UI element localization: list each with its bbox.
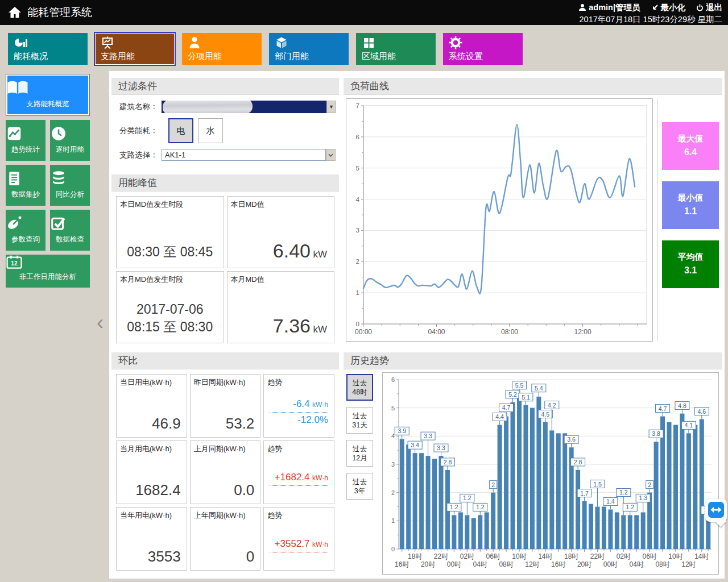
range-button-12m[interactable]: 过去12月 xyxy=(346,440,373,467)
history-bar-chart: 012345616时18时20时22时00时02时04时06时08时10时12时… xyxy=(382,372,719,575)
svg-text:0: 0 xyxy=(391,546,395,552)
sidebar-item-data-check[interactable]: 数据检查 xyxy=(50,210,90,251)
sidebar-item-yoy-analysis[interactable]: 同比分析 xyxy=(50,165,90,206)
book-icon xyxy=(6,80,89,97)
today-md-value: 6.40 kW xyxy=(273,240,327,262)
svg-text:1.2: 1.2 xyxy=(450,504,458,510)
svg-text:20时: 20时 xyxy=(577,560,592,568)
sidebar-item-nonworkday-analysis[interactable]: 12 非工作日用能分析 xyxy=(6,255,90,288)
energy-option-electric[interactable]: 电 xyxy=(168,118,193,143)
minimize-icon xyxy=(651,4,659,11)
nav-tab-area-energy[interactable]: 区域用能 xyxy=(356,33,436,65)
svg-text:1.5: 1.5 xyxy=(593,481,602,488)
svg-text:1.7: 1.7 xyxy=(580,490,589,497)
svg-text:00时: 00时 xyxy=(447,560,461,568)
nav-tab-energy-overview[interactable]: 能耗概况 xyxy=(8,33,88,65)
svg-text:12时: 12时 xyxy=(525,560,539,568)
svg-text:4: 4 xyxy=(356,196,360,203)
trend-divider xyxy=(270,412,328,413)
svg-text:18时: 18时 xyxy=(408,552,422,560)
logout-button[interactable]: 退出 xyxy=(696,2,722,13)
today-usage-card: 当日用电(kW·h)46.9 xyxy=(116,374,187,438)
nav-tab-subitem-energy[interactable]: 分项用能 xyxy=(182,33,262,65)
minimize-button[interactable]: 最小化 xyxy=(651,2,686,13)
month-md-period-card: 本月MD值发生时段 2017-07-0608:15 至 08:30 xyxy=(116,271,224,343)
svg-text:04时: 04时 xyxy=(630,560,644,568)
yesterday-usage-card: 昨日同期(kW·h)53.2 xyxy=(190,374,261,438)
svg-text:2: 2 xyxy=(356,258,359,265)
svg-text:4.4: 4.4 xyxy=(495,413,504,420)
range-button-31d[interactable]: 过去31天 xyxy=(346,407,373,434)
trend-icon xyxy=(6,125,46,142)
sidebar-item-parameter-query[interactable]: 参数查询 xyxy=(6,210,46,251)
svg-text:16时: 16时 xyxy=(395,560,409,568)
peak-panel-title: 用能峰值 xyxy=(111,174,339,192)
svg-text:12时: 12时 xyxy=(681,560,696,568)
svg-text:4.6: 4.6 xyxy=(698,408,706,415)
divider xyxy=(657,98,657,341)
power-icon xyxy=(696,4,704,11)
range-button-3y[interactable]: 过去3年 xyxy=(346,473,373,500)
svg-text:04:00: 04:00 xyxy=(428,328,445,336)
nav-tab-branch-energy[interactable]: 支路用能 xyxy=(95,33,175,65)
sidebar-item-hourly-energy[interactable]: 逐时用能 xyxy=(50,120,90,161)
double-arrow-icon xyxy=(708,502,724,518)
sidebar-item-branch-overview[interactable]: 支路能耗概览 xyxy=(6,74,90,116)
branch-select[interactable]: AK1-1 xyxy=(162,149,326,161)
load-curve-chart: 0123456700:0004:0008:0012:00 xyxy=(346,98,653,342)
select-chevron-icon[interactable] xyxy=(326,149,336,161)
building-select[interactable] xyxy=(162,101,326,113)
svg-text:6: 6 xyxy=(391,376,395,383)
sidebar-item-trend-stats[interactable]: 趋势统计 xyxy=(6,120,46,161)
grid-icon xyxy=(362,36,375,49)
home-icon[interactable] xyxy=(7,5,23,20)
range-button-48h[interactable]: 过去48时 xyxy=(346,374,373,401)
dropdown-arrow-icon[interactable]: ▼ xyxy=(326,101,336,113)
svg-text:08时: 08时 xyxy=(655,560,669,568)
svg-text:4.5: 4.5 xyxy=(541,411,550,418)
gear-icon xyxy=(449,36,462,49)
svg-text:1.2: 1.2 xyxy=(476,504,485,510)
energy-option-water[interactable]: 水 xyxy=(198,118,223,143)
svg-text:4.8: 4.8 xyxy=(678,402,686,409)
svg-text:1.4: 1.4 xyxy=(606,498,615,505)
user-chip[interactable]: admin|管理员 xyxy=(578,2,640,13)
svg-text:5.2: 5.2 xyxy=(508,391,517,398)
max-value-badge: 最大值6.4 xyxy=(662,122,719,170)
sidebar-item-data-collection[interactable]: 数据集抄 xyxy=(6,165,46,206)
sidebar: 支路能耗概览 趋势统计 逐时用能 数据集抄 同比分析 xyxy=(6,74,90,292)
svg-text:00时: 00时 xyxy=(603,560,618,568)
svg-text:1.2: 1.2 xyxy=(463,494,471,501)
svg-text:06时: 06时 xyxy=(642,552,656,560)
nav-tab-department-energy[interactable]: 部门用能 xyxy=(269,33,349,65)
history-trend-title: 历史趋势 xyxy=(344,352,722,369)
svg-text:2.8: 2.8 xyxy=(444,459,452,465)
svg-text:00:00: 00:00 xyxy=(355,328,372,336)
top-bar: 能耗管理系统 admin|管理员 最小化 退出 2017年07月18日 15时2… xyxy=(0,0,728,25)
user-icon xyxy=(578,3,586,11)
year-trend-card: 趋势 +3552.7 kW·h xyxy=(263,507,334,571)
svg-text:3.6: 3.6 xyxy=(567,436,576,443)
clock-icon xyxy=(50,125,90,142)
calendar-icon: 12 xyxy=(6,255,90,269)
svg-text:3.8: 3.8 xyxy=(652,430,660,437)
svg-text:4.7: 4.7 xyxy=(502,404,511,411)
today-md-value-card: 本日MD值 6.40 kW xyxy=(227,196,335,268)
app-title: 能耗管理系统 xyxy=(27,0,92,25)
branch-label: 支路选择： xyxy=(119,150,162,160)
nav-tab-system-settings[interactable]: 系统设置 xyxy=(443,33,523,65)
month-trend-card: 趋势 +1682.4 kW·h xyxy=(263,440,334,504)
satellite-icon xyxy=(6,215,46,232)
cube-icon xyxy=(275,36,288,49)
collapse-sidebar-arrow[interactable]: ‹ xyxy=(97,313,104,333)
svg-text:2: 2 xyxy=(391,489,395,496)
remote-control-widget[interactable] xyxy=(705,499,727,525)
svg-text:5: 5 xyxy=(391,405,395,411)
filter-panel: 过滤条件 建筑名称： ▼ 分类能耗： 电 水 支路选择： AK1-1 xyxy=(111,78,339,167)
svg-text:3: 3 xyxy=(356,227,359,234)
pie-chart-icon xyxy=(14,36,27,49)
svg-text:3.4: 3.4 xyxy=(411,442,419,448)
day-trend-card: 趋势 -6.4 kW·h -12.0% xyxy=(263,374,334,438)
svg-text:2: 2 xyxy=(491,481,495,488)
lastyear-usage-card: 上年同期(kW·h)0 xyxy=(190,507,261,571)
